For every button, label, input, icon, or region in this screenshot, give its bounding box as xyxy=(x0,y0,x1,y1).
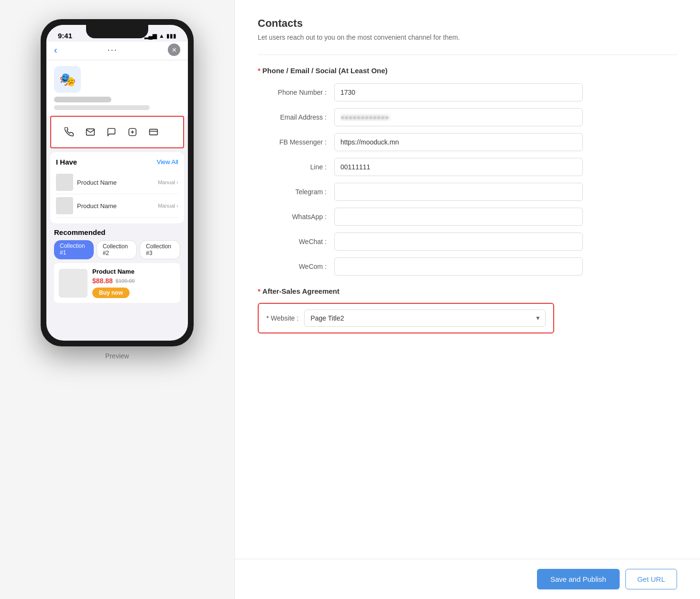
page-title: Contacts xyxy=(258,17,677,30)
buy-now-button[interactable]: Buy now xyxy=(92,288,130,298)
email-address-row: Email Address : xyxy=(258,108,677,126)
messenger-icon-btn[interactable] xyxy=(101,122,122,143)
email-icon-btn[interactable] xyxy=(80,122,101,143)
telegram-label: Telegram : xyxy=(258,188,334,196)
featured-product-card: Product Name $88.88 $100.00 Buy now xyxy=(54,263,180,303)
wecom-label: WeCom : xyxy=(258,263,334,270)
website-select-wrapper[interactable]: Page Title2 Page Title1 Page Title3 ▼ xyxy=(304,310,546,327)
close-button[interactable]: ✕ xyxy=(168,44,180,56)
view-all-link[interactable]: View All xyxy=(157,158,178,166)
after-sales-section: *After-Sales Agreement * Website : Page … xyxy=(258,287,677,333)
website-row-highlighted: * Website : Page Title2 Page Title1 Page… xyxy=(258,303,554,333)
right-footer: Save and Publish Get URL xyxy=(235,559,700,599)
right-panel: Contacts Let users reach out to you on t… xyxy=(234,0,700,599)
product-card-image xyxy=(59,269,88,298)
wechat-row: WeChat : xyxy=(258,233,677,251)
email-address-label: Email Address : xyxy=(258,113,334,121)
profile-name-placeholder xyxy=(54,97,111,102)
back-button[interactable]: ‹ xyxy=(54,44,57,55)
phone-number-label: Phone Number : xyxy=(258,89,334,96)
close-icon: ✕ xyxy=(172,46,177,54)
line-row: Line : xyxy=(258,158,677,176)
telegram-input[interactable] xyxy=(334,183,583,201)
after-sales-title: *After-Sales Agreement xyxy=(258,287,677,295)
right-content: Contacts Let users reach out to you on t… xyxy=(235,0,700,559)
wecom-input[interactable] xyxy=(334,257,583,276)
left-panel: 9:41 ▂▄▆ ▲ ▮▮▮ ‹ ··· ✕ xyxy=(0,0,234,599)
whatsapp-label: WhatsApp : xyxy=(258,213,334,221)
featured-product-name: Product Name xyxy=(92,268,175,275)
wechat-input[interactable] xyxy=(334,233,583,251)
fb-messenger-label: FB Messenger : xyxy=(258,138,334,146)
website-label: * Website : xyxy=(266,314,298,322)
wecom-row: WeCom : xyxy=(258,257,677,276)
product-row: Product Name Manual › xyxy=(56,171,178,194)
phone-frame: 9:41 ▂▄▆ ▲ ▮▮▮ ‹ ··· ✕ xyxy=(41,19,194,346)
phone-preview: 9:41 ▂▄▆ ▲ ▮▮▮ ‹ ··· ✕ xyxy=(41,19,194,360)
avatar: 🎭 xyxy=(54,66,81,93)
email-address-input[interactable] xyxy=(334,108,583,126)
product-row: Product Name Manual › xyxy=(56,194,178,218)
product-badge-1[interactable]: Manual › xyxy=(158,179,178,185)
line-icon-btn[interactable] xyxy=(122,122,143,143)
phone-icon-btn[interactable] xyxy=(59,122,80,143)
fb-messenger-row: FB Messenger : xyxy=(258,133,677,151)
i-have-section: I Have View All Product Name Manual › Pr… xyxy=(50,152,184,223)
recommended-title: Recommended xyxy=(54,228,180,236)
product-card-info: Product Name $88.88 $100.00 Buy now xyxy=(92,268,175,298)
profile-desc-placeholder xyxy=(54,105,150,110)
collection-tab-1[interactable]: Collection #1 xyxy=(54,240,94,259)
svg-rect-1 xyxy=(150,129,158,135)
wifi-icon: ▲ xyxy=(159,33,164,39)
i-have-header: I Have View All xyxy=(56,158,178,166)
whatsapp-input[interactable] xyxy=(334,208,583,226)
product-thumb-2 xyxy=(56,197,73,214)
preview-label: Preview xyxy=(41,352,194,360)
contact-icons-row xyxy=(50,116,184,148)
whatsapp-row: WhatsApp : xyxy=(258,208,677,226)
product-thumb-1 xyxy=(56,174,73,191)
required-star-2: * xyxy=(258,287,261,295)
product-name-1: Product Name xyxy=(77,179,154,186)
battery-icon: ▮▮▮ xyxy=(166,33,176,39)
more-options-button[interactable]: ··· xyxy=(108,45,118,55)
status-time: 9:41 xyxy=(58,32,72,40)
collection-tabs: Collection #1 Collection #2 Collection #… xyxy=(54,240,180,259)
fb-messenger-input[interactable] xyxy=(334,133,583,151)
collection-tab-2[interactable]: Collection #2 xyxy=(97,240,137,259)
wechat-label: WeChat : xyxy=(258,238,334,245)
recommended-section: Recommended Collection #1 Collection #2 … xyxy=(46,223,188,309)
phone-number-row: Phone Number : xyxy=(258,83,677,101)
get-url-button[interactable]: Get URL xyxy=(625,569,677,589)
phone-number-input[interactable] xyxy=(334,83,583,101)
collection-tab-3[interactable]: Collection #3 xyxy=(140,240,180,259)
phone-nav-bar: ‹ ··· ✕ xyxy=(46,42,188,60)
line-label: Line : xyxy=(258,163,334,171)
phone-screen: 9:41 ▂▄▆ ▲ ▮▮▮ ‹ ··· ✕ xyxy=(46,25,188,341)
divider xyxy=(258,55,677,55)
product-name-2: Product Name xyxy=(77,202,154,210)
website-select[interactable]: Page Title2 Page Title1 Page Title3 xyxy=(304,310,546,327)
price-current: $88.88 xyxy=(92,277,113,285)
product-badge-2[interactable]: Manual › xyxy=(158,203,178,209)
required-star: * xyxy=(258,67,261,75)
telegram-row: Telegram : xyxy=(258,183,677,201)
avatar-emoji: 🎭 xyxy=(59,72,76,88)
save-and-publish-button[interactable]: Save and Publish xyxy=(537,569,620,589)
phone-notch xyxy=(86,25,148,38)
price-original: $100.00 xyxy=(116,278,135,284)
profile-section: 🎭 xyxy=(46,60,188,116)
i-have-title: I Have xyxy=(56,158,77,166)
card-icon-btn[interactable] xyxy=(143,122,164,143)
page-subtitle: Let users reach out to you on the most c… xyxy=(258,33,677,41)
field-group-title: *Phone / Email / Social (At Least One) xyxy=(258,67,677,75)
product-card-price: $88.88 $100.00 xyxy=(92,277,175,285)
status-icons: ▂▄▆ ▲ ▮▮▮ xyxy=(144,33,176,39)
line-input[interactable] xyxy=(334,158,583,176)
